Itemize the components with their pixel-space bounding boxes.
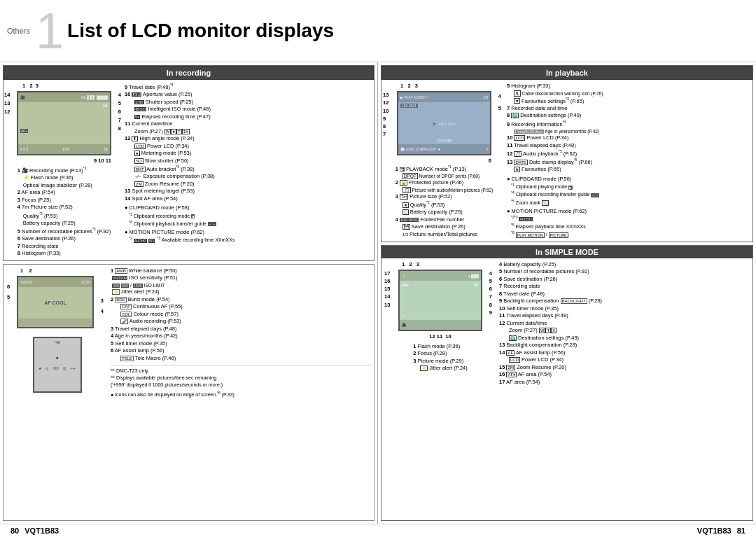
simple-labels-right: 4 Battery capacity (P.25) 5 Number of re… [499,261,750,516]
recording-lcd-secondary: ISO100 [CTF] AF COOL [17,276,94,328]
playback-labels-left: 1 ▶ PLAYBACK mode*1 (P.13) DPOF Number o… [396,165,493,238]
lcd-bottom-bar: F3.3 1/30 5s [18,144,110,154]
page-header: Others 1 List of LCD monitor displays [0,0,756,62]
rec-bottom-labels: 1 AWB White balance (P.50) ISO100 ISO se… [111,267,371,518]
playback-lcd-main: ▶ PLAY AUDIO ▽ 1/3 100-0001 🔊 3RD DAY F3… [397,91,491,155]
rec-num-right: 45678 [118,91,121,133]
rec-num-top: 1 2 3 [22,83,38,89]
page-num-left: 80 VQT1B83 [10,526,59,535]
rec-labels-below: 1 🎥 Recording mode (P.13)*1 ⚡ Flash mode… [18,166,111,258]
recording-section-header: In recording [4,66,374,80]
category-label: Others [7,27,30,35]
playback-section-header: In playback [382,66,752,80]
page-footer: 80 VQT1B83 VQT1B83 81 [0,524,756,537]
simple-mode-lcd: ⚡ ● ▓▓▓ AF♦ 19 ⚙ 🎥 [398,270,482,331]
playback-labels-right: 5 Histogram (P.33) ↯ Cable disconnection… [507,83,750,239]
rec-num-left: 141312 [4,91,10,116]
page-title: List of LCD monitor displays [67,20,334,42]
recording-lcd-main: 🎥 7m ▌▌▌ ▓▓▓▓ 19 AF+ [17,91,111,155]
rec-labels-right: 9 Travel date (P.48)*4 10 F3.0 Aperture … [125,83,371,258]
page-num-right: VQT1B83 81 [697,526,746,535]
rec-num-bottom: 9 10 11 [94,158,111,164]
lcd-top-bar: 🎥 7m ▌▌▌ ▓▓▓▓ [18,92,110,102]
simple-mode-header: In SIMPLE MODE [382,246,752,258]
page: Others 1 List of LCD monitor displays In… [0,0,756,537]
simple-labels-left: 1 Flash mode (P.36) 2 Focus (P.28) 3 Pic… [413,343,468,372]
chapter-number: 1 [36,6,64,56]
recording-lcd-small: *46 ● ★⊙ISO|||+++ [33,337,82,393]
